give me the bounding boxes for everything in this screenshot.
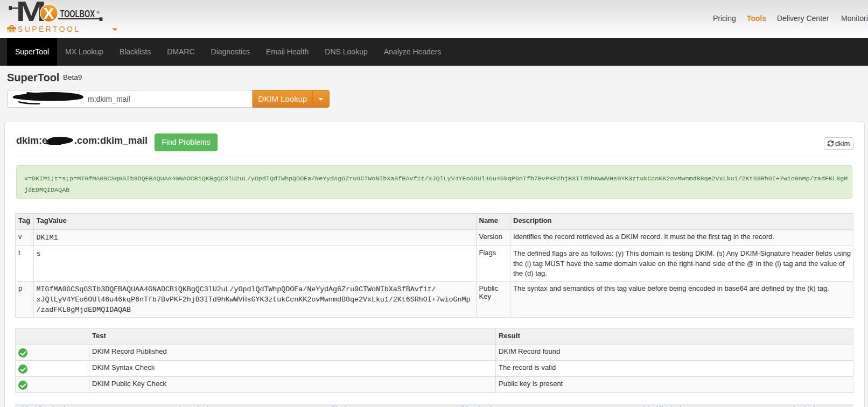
svg-text:®: ® (97, 10, 100, 15)
svg-text:TOOLBOX: TOOLBOX (60, 9, 95, 19)
svg-text:SUPERTOOL: SUPERTOOL (18, 25, 80, 33)
svg-text:X: X (44, 5, 54, 22)
